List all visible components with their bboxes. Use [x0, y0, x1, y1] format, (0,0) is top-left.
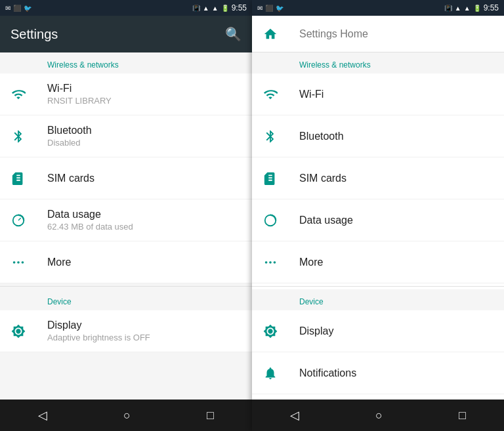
back-button[interactable]: ◁ [22, 403, 63, 428]
more-text-r: More [299, 257, 323, 268]
divider-device [0, 286, 252, 287]
battery-icon: 🔋 [221, 5, 229, 12]
signal-icon-r: ▲ [464, 5, 471, 12]
settings-item-more[interactable]: More [0, 241, 252, 283]
datausage-text: Data usage 62.43 MB of data used [47, 209, 133, 232]
settings-item-bluetooth[interactable]: Bluetooth Disabled [0, 115, 252, 157]
twitter-icon-r: 🐦 [276, 5, 284, 12]
wifi-icon-r [262, 87, 278, 102]
notifications-icon-r [262, 366, 278, 380]
wifi-signal-icon-r: ▲ [455, 5, 461, 12]
settings-item-wifi[interactable]: Wi-Fi RNSIT LIBRARY [0, 73, 252, 115]
photo-icon: ⬛ [13, 5, 21, 12]
wifi-title-r: Wi-Fi [299, 89, 324, 100]
display-text: Display Adaptive brightness is OFF [47, 319, 150, 342]
home-button-r[interactable]: ○ [360, 403, 398, 428]
settings-item-sound-r[interactable]: Sound [252, 394, 504, 400]
settings-item-datausage-r[interactable]: Data usage [252, 199, 504, 241]
bluetooth-icon-r [262, 129, 278, 144]
vibrate-icon-r: 📳 [444, 5, 452, 12]
settings-home-item[interactable]: Settings Home [252, 16, 504, 52]
signal-icon: ▲ [212, 5, 219, 12]
section-header-device-r: Device [252, 289, 504, 310]
wifi-signal-icon: ▲ [203, 5, 209, 12]
settings-item-simcards-r[interactable]: SIM cards [252, 157, 504, 199]
nav-bar-right: ◁ ○ □ [252, 400, 504, 431]
home-settings-icon [262, 27, 278, 41]
wifi-icon [10, 87, 26, 102]
left-panel: ✉ ⬛ 🐦 📳 ▲ ▲ 🔋 9:55 Settings 🔍 Wireless &… [0, 0, 252, 431]
settings-item-more-r[interactable]: More [252, 241, 504, 283]
more-icon [10, 255, 26, 270]
wifi-subtitle: RNSIT LIBRARY [47, 96, 112, 106]
time-display: 9:55 [232, 3, 247, 12]
simcards-icon-r [262, 171, 278, 186]
simcards-title: SIM cards [47, 173, 94, 184]
bluetooth-subtitle: Disabled [47, 138, 92, 148]
settings-item-display-r[interactable]: Display [252, 310, 504, 352]
bluetooth-text: Bluetooth Disabled [47, 125, 92, 148]
more-title: More [47, 257, 71, 268]
wifi-title: Wi-Fi [47, 83, 112, 94]
email-icon-r: ✉ [257, 5, 262, 12]
simcards-icon [10, 171, 26, 186]
status-icons-left: ✉ ⬛ 🐦 [5, 5, 32, 12]
settings-home-label: Settings Home [299, 28, 368, 40]
right-panel: ✉ ⬛ 🐦 📳 ▲ ▲ 🔋 9:55 Settings Home Wireles… [252, 0, 504, 431]
search-button[interactable]: 🔍 [225, 26, 242, 42]
nav-bar-left: ◁ ○ □ [0, 400, 252, 431]
settings-item-simcards[interactable]: SIM cards [0, 157, 252, 199]
photo-icon-r: ⬛ [265, 5, 273, 12]
more-icon-r [262, 255, 278, 270]
divider-device-r [252, 286, 504, 287]
simcards-title-r: SIM cards [299, 173, 346, 184]
datausage-icon-r [262, 213, 278, 228]
status-icons-right-right: 📳 ▲ ▲ 🔋 9:55 [444, 3, 499, 12]
status-icons-right: 📳 ▲ ▲ 🔋 9:55 [192, 3, 247, 12]
recent-button-r[interactable]: □ [443, 403, 482, 428]
display-title-r: Display [299, 325, 333, 337]
wifi-text: Wi-Fi RNSIT LIBRARY [47, 83, 112, 106]
time-display-r: 9:55 [484, 3, 499, 12]
display-icon [10, 324, 26, 339]
svg-point-1 [13, 261, 16, 264]
svg-point-2 [17, 261, 20, 264]
left-toolbar: Settings 🔍 [0, 16, 252, 52]
settings-item-notifications-r[interactable]: Notifications [252, 352, 504, 394]
more-text: More [47, 257, 71, 268]
svg-point-5 [265, 261, 268, 264]
bluetooth-title-r: Bluetooth [299, 131, 344, 142]
datausage-subtitle: 62.43 MB of data used [47, 222, 133, 232]
datausage-title: Data usage [47, 209, 133, 220]
wifi-text-r: Wi-Fi [299, 89, 324, 100]
status-bar-left: ✉ ⬛ 🐦 📳 ▲ ▲ 🔋 9:55 [0, 0, 252, 16]
status-bar-right: ✉ ⬛ 🐦 📳 ▲ ▲ 🔋 9:55 [252, 0, 504, 16]
right-scroll-content: Wireless & networks Wi-Fi Bluetooth [252, 52, 504, 400]
display-title: Display [47, 319, 150, 331]
svg-point-3 [22, 261, 24, 264]
datausage-icon [10, 213, 26, 228]
settings-item-display[interactable]: Display Adaptive brightness is OFF [0, 310, 252, 352]
notifications-text-r: Notifications [299, 367, 356, 379]
section-header-wireless: Wireless & networks [0, 52, 252, 73]
display-icon-r [262, 324, 278, 339]
twitter-icon: 🐦 [24, 5, 32, 12]
bluetooth-text-r: Bluetooth [299, 131, 344, 142]
datausage-title-r: Data usage [299, 215, 353, 226]
settings-item-wifi-r[interactable]: Wi-Fi [252, 73, 504, 115]
bluetooth-title: Bluetooth [47, 125, 92, 136]
bluetooth-icon [10, 129, 26, 144]
home-button[interactable]: ○ [108, 403, 146, 428]
notifications-title-r: Notifications [299, 367, 356, 379]
settings-item-datausage[interactable]: Data usage 62.43 MB of data used [0, 199, 252, 241]
display-subtitle: Adaptive brightness is OFF [47, 333, 150, 342]
display-text-r: Display [299, 325, 333, 337]
left-scroll-content: Wireless & networks Wi-Fi RNSIT LIBRARY … [0, 52, 252, 400]
back-button-r[interactable]: ◁ [274, 403, 315, 428]
svg-point-7 [274, 261, 276, 264]
simcards-text: SIM cards [47, 173, 94, 184]
settings-item-bluetooth-r[interactable]: Bluetooth [252, 115, 504, 157]
svg-point-6 [269, 261, 272, 264]
recent-button[interactable]: □ [191, 403, 230, 428]
section-header-device: Device [0, 289, 252, 310]
